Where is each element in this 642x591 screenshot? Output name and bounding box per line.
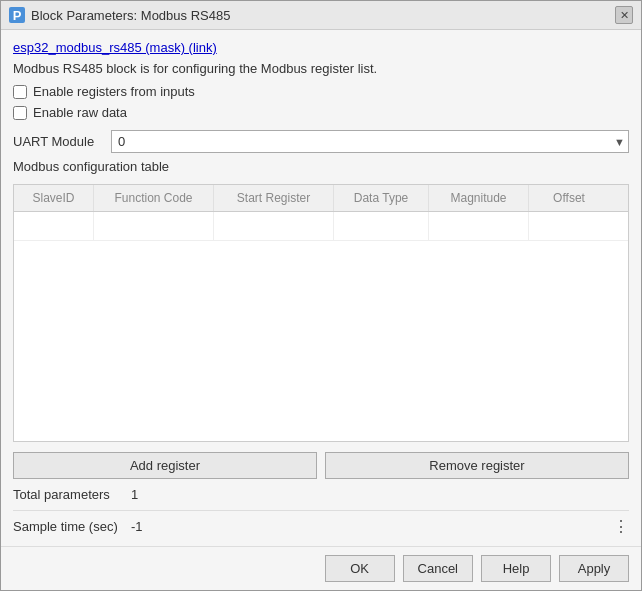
table-header: SlaveID Function Code Start Register Dat… [14,185,628,212]
cell [334,212,429,240]
content-area: esp32_modbus_rs485 (mask) (link) Modbus … [1,30,641,546]
remove-register-button[interactable]: Remove register [325,452,629,479]
window-icon: P [9,7,25,23]
sample-time-label: Sample time (sec) [13,519,123,534]
enable-raw-checkbox[interactable] [13,106,27,120]
ok-button[interactable]: OK [325,555,395,582]
sample-menu-dots[interactable]: ⋮ [613,517,629,536]
uart-module-label: UART Module [13,134,103,149]
col-function-code: Function Code [94,185,214,211]
help-button[interactable]: Help [481,555,551,582]
table-body [14,212,628,438]
apply-button[interactable]: Apply [559,555,629,582]
total-params-value: 1 [131,487,138,502]
register-buttons-row: Add register Remove register [13,452,629,479]
col-magnitude: Magnitude [429,185,529,211]
mask-link[interactable]: esp32_modbus_rs485 (mask) (link) [13,40,629,55]
title-bar-left: P Block Parameters: Modbus RS485 [9,7,230,23]
cell [529,212,609,240]
col-offset: Offset [529,185,609,211]
sample-time-value: -1 [131,519,605,534]
cell [429,212,529,240]
section-title: Modbus configuration table [13,159,629,174]
total-params-row: Total parameters 1 [13,487,629,502]
col-data-type: Data Type [334,185,429,211]
uart-module-select-wrapper: 0 1 2 ▼ [111,130,629,153]
cell [214,212,334,240]
table-row [14,212,628,241]
add-register-button[interactable]: Add register [13,452,317,479]
col-slaveid: SlaveID [14,185,94,211]
enable-registers-checkbox[interactable] [13,85,27,99]
close-button[interactable]: ✕ [615,6,633,24]
enable-registers-label: Enable registers from inputs [33,84,195,99]
enable-raw-row: Enable raw data [13,105,629,120]
title-bar: P Block Parameters: Modbus RS485 ✕ [1,1,641,30]
description-text: Modbus RS485 block is for configuring th… [13,61,629,76]
modbus-table: SlaveID Function Code Start Register Dat… [13,184,629,442]
enable-raw-label: Enable raw data [33,105,127,120]
total-params-label: Total parameters [13,487,123,502]
col-start-register: Start Register [214,185,334,211]
uart-module-select[interactable]: 0 1 2 [111,130,629,153]
cancel-button[interactable]: Cancel [403,555,473,582]
uart-module-row: UART Module 0 1 2 ▼ [13,130,629,153]
sample-time-row: Sample time (sec) -1 ⋮ [13,510,629,536]
cell [14,212,94,240]
main-window: P Block Parameters: Modbus RS485 ✕ esp32… [0,0,642,591]
cell [94,212,214,240]
footer: OK Cancel Help Apply [1,546,641,590]
window-title: Block Parameters: Modbus RS485 [31,8,230,23]
enable-registers-row: Enable registers from inputs [13,84,629,99]
